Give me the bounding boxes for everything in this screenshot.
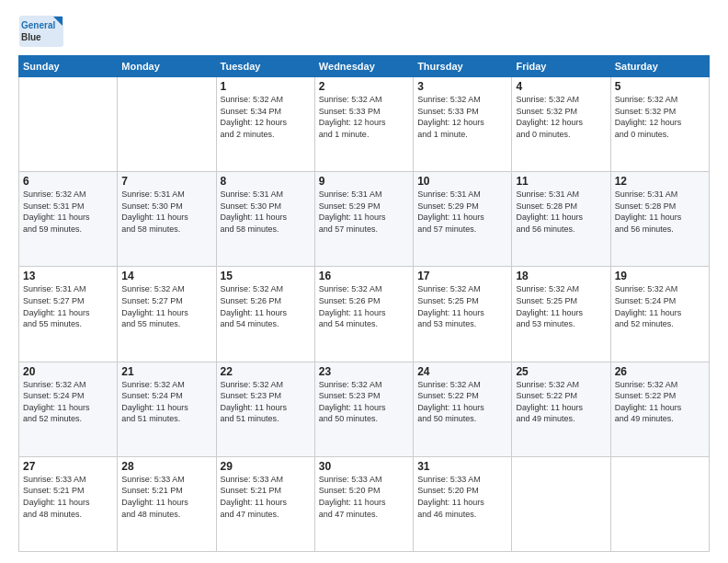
cell-info: Sunrise: 5:32 AM Sunset: 5:25 PM Dayligh…	[516, 283, 606, 329]
calendar-cell: 12Sunrise: 5:31 AM Sunset: 5:28 PM Dayli…	[610, 172, 709, 267]
day-number: 11	[516, 175, 606, 188]
day-number: 28	[121, 460, 211, 473]
calendar-cell: 16Sunrise: 5:32 AM Sunset: 5:26 PM Dayli…	[314, 267, 413, 362]
cell-info: Sunrise: 5:31 AM Sunset: 5:28 PM Dayligh…	[516, 189, 606, 235]
calendar-cell: 13Sunrise: 5:31 AM Sunset: 5:27 PM Dayli…	[19, 267, 118, 362]
svg-text:General: General	[21, 20, 55, 30]
calendar-cell	[512, 456, 610, 551]
calendar-cell: 6Sunrise: 5:32 AM Sunset: 5:31 PM Daylig…	[19, 172, 118, 267]
day-number: 22	[221, 365, 311, 378]
cell-info: Sunrise: 5:32 AM Sunset: 5:33 PM Dayligh…	[319, 94, 409, 140]
calendar-week-3: 13Sunrise: 5:31 AM Sunset: 5:27 PM Dayli…	[19, 267, 710, 362]
cell-info: Sunrise: 5:32 AM Sunset: 5:23 PM Dayligh…	[319, 379, 409, 425]
calendar-header-row: SundayMondayTuesdayWednesdayThursdayFrid…	[19, 56, 710, 77]
cell-info: Sunrise: 5:32 AM Sunset: 5:34 PM Dayligh…	[221, 94, 311, 140]
day-number: 9	[319, 175, 409, 188]
day-number: 10	[417, 175, 507, 188]
cell-info: Sunrise: 5:32 AM Sunset: 5:33 PM Dayligh…	[417, 94, 507, 140]
calendar-table: SundayMondayTuesdayWednesdayThursdayFrid…	[18, 55, 710, 552]
day-number: 14	[121, 270, 211, 282]
day-number: 20	[23, 365, 113, 378]
day-number: 21	[121, 365, 211, 378]
calendar-cell: 10Sunrise: 5:31 AM Sunset: 5:29 PM Dayli…	[414, 172, 512, 267]
day-number: 8	[221, 175, 311, 188]
logo: GeneralBlue	[18, 15, 64, 48]
cell-info: Sunrise: 5:32 AM Sunset: 5:32 PM Dayligh…	[615, 94, 705, 140]
calendar-cell: 22Sunrise: 5:32 AM Sunset: 5:23 PM Dayli…	[216, 362, 314, 456]
cell-info: Sunrise: 5:32 AM Sunset: 5:25 PM Dayligh…	[417, 283, 507, 329]
day-number: 6	[23, 175, 113, 188]
day-number: 25	[516, 365, 606, 378]
cell-info: Sunrise: 5:33 AM Sunset: 5:21 PM Dayligh…	[121, 474, 211, 520]
day-number: 30	[319, 460, 409, 473]
weekday-header-wednesday: Wednesday	[314, 56, 413, 77]
day-number: 2	[319, 80, 409, 93]
cell-info: Sunrise: 5:31 AM Sunset: 5:29 PM Dayligh…	[319, 189, 409, 235]
weekday-header-monday: Monday	[118, 56, 216, 77]
day-number: 16	[319, 270, 409, 282]
calendar-cell: 4Sunrise: 5:32 AM Sunset: 5:32 PM Daylig…	[512, 77, 610, 172]
calendar-week-1: 1Sunrise: 5:32 AM Sunset: 5:34 PM Daylig…	[19, 77, 710, 172]
calendar-cell: 29Sunrise: 5:33 AM Sunset: 5:21 PM Dayli…	[216, 456, 314, 551]
calendar-cell	[19, 77, 118, 172]
calendar-cell: 25Sunrise: 5:32 AM Sunset: 5:22 PM Dayli…	[512, 362, 610, 456]
calendar-cell: 9Sunrise: 5:31 AM Sunset: 5:29 PM Daylig…	[314, 172, 413, 267]
cell-info: Sunrise: 5:32 AM Sunset: 5:26 PM Dayligh…	[319, 283, 409, 329]
day-number: 19	[615, 270, 705, 282]
calendar-cell: 1Sunrise: 5:32 AM Sunset: 5:34 PM Daylig…	[216, 77, 314, 172]
calendar-week-4: 20Sunrise: 5:32 AM Sunset: 5:24 PM Dayli…	[19, 362, 710, 456]
day-number: 17	[417, 270, 507, 282]
cell-info: Sunrise: 5:33 AM Sunset: 5:21 PM Dayligh…	[23, 474, 113, 520]
calendar-cell: 31Sunrise: 5:33 AM Sunset: 5:20 PM Dayli…	[414, 456, 512, 551]
calendar-week-5: 27Sunrise: 5:33 AM Sunset: 5:21 PM Dayli…	[19, 456, 710, 551]
calendar-cell: 23Sunrise: 5:32 AM Sunset: 5:23 PM Dayli…	[314, 362, 413, 456]
day-number: 29	[221, 460, 311, 473]
day-number: 12	[615, 175, 705, 188]
calendar-cell: 21Sunrise: 5:32 AM Sunset: 5:24 PM Dayli…	[118, 362, 216, 456]
cell-info: Sunrise: 5:32 AM Sunset: 5:31 PM Dayligh…	[23, 189, 113, 235]
cell-info: Sunrise: 5:31 AM Sunset: 5:30 PM Dayligh…	[221, 189, 311, 235]
calendar-cell: 20Sunrise: 5:32 AM Sunset: 5:24 PM Dayli…	[19, 362, 118, 456]
weekday-header-saturday: Saturday	[610, 56, 709, 77]
day-number: 1	[221, 80, 311, 93]
cell-info: Sunrise: 5:32 AM Sunset: 5:22 PM Dayligh…	[516, 379, 606, 425]
cell-info: Sunrise: 5:32 AM Sunset: 5:24 PM Dayligh…	[121, 379, 211, 425]
page: GeneralBlue SundayMondayTuesdayWednesday…	[0, 0, 728, 563]
day-number: 5	[615, 80, 705, 93]
day-number: 24	[417, 365, 507, 378]
header: GeneralBlue	[18, 15, 710, 48]
day-number: 18	[516, 270, 606, 282]
calendar-week-2: 6Sunrise: 5:32 AM Sunset: 5:31 PM Daylig…	[19, 172, 710, 267]
calendar-cell: 28Sunrise: 5:33 AM Sunset: 5:21 PM Dayli…	[118, 456, 216, 551]
cell-info: Sunrise: 5:31 AM Sunset: 5:27 PM Dayligh…	[23, 283, 113, 329]
cell-info: Sunrise: 5:32 AM Sunset: 5:24 PM Dayligh…	[615, 283, 705, 329]
day-number: 27	[23, 460, 113, 473]
calendar-cell	[610, 456, 709, 551]
cell-info: Sunrise: 5:32 AM Sunset: 5:24 PM Dayligh…	[23, 379, 113, 425]
cell-info: Sunrise: 5:32 AM Sunset: 5:23 PM Dayligh…	[221, 379, 311, 425]
weekday-header-sunday: Sunday	[19, 56, 118, 77]
cell-info: Sunrise: 5:32 AM Sunset: 5:32 PM Dayligh…	[516, 94, 606, 140]
calendar-cell: 17Sunrise: 5:32 AM Sunset: 5:25 PM Dayli…	[414, 267, 512, 362]
calendar-cell: 3Sunrise: 5:32 AM Sunset: 5:33 PM Daylig…	[414, 77, 512, 172]
cell-info: Sunrise: 5:32 AM Sunset: 5:22 PM Dayligh…	[615, 379, 705, 425]
calendar-cell	[118, 77, 216, 172]
calendar-cell: 26Sunrise: 5:32 AM Sunset: 5:22 PM Dayli…	[610, 362, 709, 456]
day-number: 3	[417, 80, 507, 93]
cell-info: Sunrise: 5:33 AM Sunset: 5:20 PM Dayligh…	[417, 474, 507, 520]
cell-info: Sunrise: 5:31 AM Sunset: 5:28 PM Dayligh…	[615, 189, 705, 235]
calendar-cell: 19Sunrise: 5:32 AM Sunset: 5:24 PM Dayli…	[610, 267, 709, 362]
calendar-cell: 5Sunrise: 5:32 AM Sunset: 5:32 PM Daylig…	[610, 77, 709, 172]
calendar-cell: 24Sunrise: 5:32 AM Sunset: 5:22 PM Dayli…	[414, 362, 512, 456]
day-number: 4	[516, 80, 606, 93]
day-number: 23	[319, 365, 409, 378]
weekday-header-tuesday: Tuesday	[216, 56, 314, 77]
day-number: 31	[417, 460, 507, 473]
calendar-cell: 15Sunrise: 5:32 AM Sunset: 5:26 PM Dayli…	[216, 267, 314, 362]
svg-text:Blue: Blue	[21, 32, 41, 42]
cell-info: Sunrise: 5:33 AM Sunset: 5:20 PM Dayligh…	[319, 474, 409, 520]
cell-info: Sunrise: 5:32 AM Sunset: 5:22 PM Dayligh…	[417, 379, 507, 425]
weekday-header-thursday: Thursday	[414, 56, 512, 77]
calendar-cell: 30Sunrise: 5:33 AM Sunset: 5:20 PM Dayli…	[314, 456, 413, 551]
calendar-cell: 18Sunrise: 5:32 AM Sunset: 5:25 PM Dayli…	[512, 267, 610, 362]
